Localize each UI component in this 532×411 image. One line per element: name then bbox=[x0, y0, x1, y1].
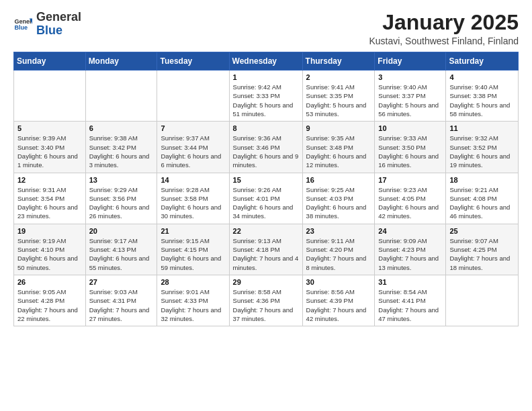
day-cell: 9Sunrise: 9:35 AM Sunset: 3:48 PM Daylig… bbox=[302, 122, 375, 173]
weekday-header-monday: Monday bbox=[85, 52, 157, 71]
day-cell: 5Sunrise: 9:39 AM Sunset: 3:40 PM Daylig… bbox=[14, 122, 86, 173]
logo-text: General Blue bbox=[36, 11, 81, 38]
day-cell bbox=[14, 71, 86, 122]
week-row-4: 19Sunrise: 9:19 AM Sunset: 4:10 PM Dayli… bbox=[14, 224, 519, 275]
day-cell: 26Sunrise: 9:05 AM Sunset: 4:28 PM Dayli… bbox=[14, 275, 86, 326]
day-info: Sunrise: 9:32 AM Sunset: 3:52 PM Dayligh… bbox=[449, 134, 515, 169]
day-number: 21 bbox=[161, 227, 225, 235]
day-number: 10 bbox=[378, 124, 442, 132]
day-number: 28 bbox=[161, 278, 225, 286]
day-cell: 12Sunrise: 9:31 AM Sunset: 3:54 PM Dayli… bbox=[14, 173, 86, 224]
day-number: 24 bbox=[378, 227, 442, 235]
location: Kustavi, Southwest Finland, Finland bbox=[369, 36, 519, 46]
day-number: 23 bbox=[306, 227, 371, 235]
day-info: Sunrise: 9:40 AM Sunset: 3:38 PM Dayligh… bbox=[449, 83, 515, 118]
day-info: Sunrise: 9:01 AM Sunset: 4:33 PM Dayligh… bbox=[161, 287, 225, 323]
day-number: 29 bbox=[233, 278, 299, 286]
day-cell: 27Sunrise: 9:03 AM Sunset: 4:31 PM Dayli… bbox=[85, 275, 157, 326]
day-number: 12 bbox=[17, 176, 82, 184]
day-number: 5 bbox=[17, 124, 82, 132]
logo-blue: Blue bbox=[36, 24, 62, 37]
week-row-2: 5Sunrise: 9:39 AM Sunset: 3:40 PM Daylig… bbox=[14, 122, 519, 173]
day-number: 3 bbox=[378, 73, 442, 81]
svg-text:General: General bbox=[14, 17, 32, 24]
day-number: 13 bbox=[89, 176, 154, 184]
day-info: Sunrise: 9:33 AM Sunset: 3:50 PM Dayligh… bbox=[378, 134, 442, 169]
day-info: Sunrise: 8:58 AM Sunset: 4:36 PM Dayligh… bbox=[233, 287, 299, 323]
svg-text:Blue: Blue bbox=[14, 24, 28, 31]
day-info: Sunrise: 9:42 AM Sunset: 3:33 PM Dayligh… bbox=[233, 83, 299, 118]
day-number: 30 bbox=[306, 278, 371, 286]
day-number: 26 bbox=[17, 278, 82, 286]
day-info: Sunrise: 9:31 AM Sunset: 3:54 PM Dayligh… bbox=[17, 185, 82, 221]
day-cell: 19Sunrise: 9:19 AM Sunset: 4:10 PM Dayli… bbox=[14, 224, 86, 275]
day-cell: 1Sunrise: 9:42 AM Sunset: 3:33 PM Daylig… bbox=[229, 71, 302, 122]
day-cell: 29Sunrise: 8:58 AM Sunset: 4:36 PM Dayli… bbox=[229, 275, 302, 326]
day-number: 16 bbox=[306, 176, 371, 184]
weekday-header-tuesday: Tuesday bbox=[157, 52, 229, 71]
day-cell: 24Sunrise: 9:09 AM Sunset: 4:23 PM Dayli… bbox=[375, 224, 446, 275]
day-cell: 13Sunrise: 9:29 AM Sunset: 3:56 PM Dayli… bbox=[85, 173, 157, 224]
weekday-header-wednesday: Wednesday bbox=[229, 52, 302, 71]
day-cell: 25Sunrise: 9:07 AM Sunset: 4:25 PM Dayli… bbox=[446, 224, 519, 275]
day-cell: 6Sunrise: 9:38 AM Sunset: 3:42 PM Daylig… bbox=[85, 122, 157, 173]
day-number: 17 bbox=[378, 176, 442, 184]
day-cell bbox=[85, 71, 157, 122]
day-info: Sunrise: 9:25 AM Sunset: 4:03 PM Dayligh… bbox=[306, 185, 371, 221]
day-cell: 28Sunrise: 9:01 AM Sunset: 4:33 PM Dayli… bbox=[157, 275, 229, 326]
day-number: 15 bbox=[233, 176, 299, 184]
week-row-3: 12Sunrise: 9:31 AM Sunset: 3:54 PM Dayli… bbox=[14, 173, 519, 224]
day-cell: 18Sunrise: 9:21 AM Sunset: 4:08 PM Dayli… bbox=[446, 173, 519, 224]
day-info: Sunrise: 9:03 AM Sunset: 4:31 PM Dayligh… bbox=[89, 287, 154, 323]
day-cell: 11Sunrise: 9:32 AM Sunset: 3:52 PM Dayli… bbox=[446, 122, 519, 173]
day-info: Sunrise: 9:35 AM Sunset: 3:48 PM Dayligh… bbox=[306, 134, 371, 169]
day-cell: 2Sunrise: 9:41 AM Sunset: 3:35 PM Daylig… bbox=[302, 71, 375, 122]
day-number: 2 bbox=[306, 73, 371, 81]
day-info: Sunrise: 9:39 AM Sunset: 3:40 PM Dayligh… bbox=[17, 134, 82, 169]
day-number: 31 bbox=[378, 278, 442, 286]
day-info: Sunrise: 9:26 AM Sunset: 4:01 PM Dayligh… bbox=[233, 185, 299, 221]
day-number: 19 bbox=[17, 227, 82, 235]
day-number: 11 bbox=[449, 124, 515, 132]
day-number: 9 bbox=[306, 124, 371, 132]
day-info: Sunrise: 9:40 AM Sunset: 3:37 PM Dayligh… bbox=[378, 83, 442, 118]
day-info: Sunrise: 9:21 AM Sunset: 4:08 PM Dayligh… bbox=[449, 185, 515, 221]
day-number: 8 bbox=[233, 124, 299, 132]
calendar-table: SundayMondayTuesdayWednesdayThursdayFrid… bbox=[13, 52, 519, 326]
day-info: Sunrise: 9:36 AM Sunset: 3:46 PM Dayligh… bbox=[233, 134, 299, 169]
day-cell bbox=[446, 275, 519, 326]
day-info: Sunrise: 9:28 AM Sunset: 3:58 PM Dayligh… bbox=[161, 185, 225, 221]
day-number: 27 bbox=[89, 278, 154, 286]
day-number: 20 bbox=[89, 227, 154, 235]
weekday-header-saturday: Saturday bbox=[446, 52, 519, 71]
day-info: Sunrise: 8:56 AM Sunset: 4:39 PM Dayligh… bbox=[306, 287, 371, 323]
day-info: Sunrise: 9:23 AM Sunset: 4:05 PM Dayligh… bbox=[378, 185, 442, 221]
week-row-1: 1Sunrise: 9:42 AM Sunset: 3:33 PM Daylig… bbox=[14, 71, 519, 122]
day-cell: 30Sunrise: 8:56 AM Sunset: 4:39 PM Dayli… bbox=[302, 275, 375, 326]
day-cell: 7Sunrise: 9:37 AM Sunset: 3:44 PM Daylig… bbox=[157, 122, 229, 173]
day-number: 6 bbox=[89, 124, 154, 132]
weekday-header-sunday: Sunday bbox=[14, 52, 86, 71]
day-info: Sunrise: 9:38 AM Sunset: 3:42 PM Dayligh… bbox=[89, 134, 154, 169]
day-number: 7 bbox=[161, 124, 225, 132]
day-info: Sunrise: 9:13 AM Sunset: 4:18 PM Dayligh… bbox=[233, 236, 299, 272]
day-number: 14 bbox=[161, 176, 225, 184]
day-cell: 16Sunrise: 9:25 AM Sunset: 4:03 PM Dayli… bbox=[302, 173, 375, 224]
day-info: Sunrise: 9:05 AM Sunset: 4:28 PM Dayligh… bbox=[17, 287, 82, 323]
day-cell: 3Sunrise: 9:40 AM Sunset: 3:37 PM Daylig… bbox=[375, 71, 446, 122]
logo-icon: General Blue bbox=[13, 15, 32, 34]
day-info: Sunrise: 8:54 AM Sunset: 4:41 PM Dayligh… bbox=[378, 287, 442, 323]
logo-general: General bbox=[36, 10, 81, 24]
day-cell: 8Sunrise: 9:36 AM Sunset: 3:46 PM Daylig… bbox=[229, 122, 302, 173]
day-number: 4 bbox=[449, 73, 515, 81]
page: General Blue General Blue January 2025 K… bbox=[0, 0, 532, 411]
day-cell: 23Sunrise: 9:11 AM Sunset: 4:20 PM Dayli… bbox=[302, 224, 375, 275]
day-info: Sunrise: 9:15 AM Sunset: 4:15 PM Dayligh… bbox=[161, 236, 225, 272]
day-cell: 4Sunrise: 9:40 AM Sunset: 3:38 PM Daylig… bbox=[446, 71, 519, 122]
day-info: Sunrise: 9:29 AM Sunset: 3:56 PM Dayligh… bbox=[89, 185, 154, 221]
day-info: Sunrise: 9:19 AM Sunset: 4:10 PM Dayligh… bbox=[17, 236, 82, 272]
weekday-header-thursday: Thursday bbox=[302, 52, 375, 71]
logo: General Blue General Blue bbox=[13, 11, 81, 38]
week-row-5: 26Sunrise: 9:05 AM Sunset: 4:28 PM Dayli… bbox=[14, 275, 519, 326]
day-number: 1 bbox=[233, 73, 299, 81]
